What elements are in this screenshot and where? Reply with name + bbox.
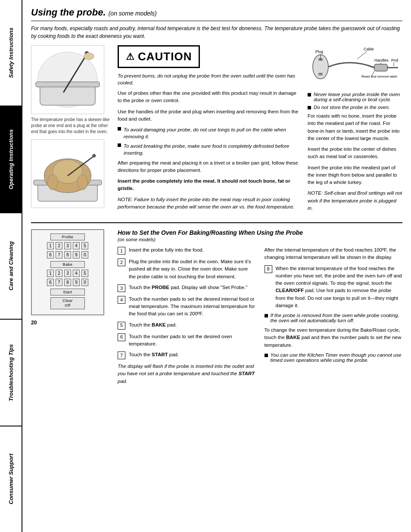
bottom-section-subtitle: (on some models) (118, 237, 402, 242)
bullet-item-1: To avoid damaging your probe, do not use… (118, 126, 301, 140)
right-note: NOTE: Self-clean and Broil settings will… (308, 190, 402, 212)
step-text-8: When the internal temperature of the foo… (276, 265, 403, 310)
svg-text:Plug: Plug (315, 50, 323, 54)
middle-para2: Use the handles of the probe and plug wh… (118, 108, 301, 123)
panel-key-8: 8 (64, 251, 71, 258)
bullet-text-2: To avoid breaking the probe, make sure f… (124, 143, 301, 156)
panel-row-2-top: 1 2 3 4 5 (35, 270, 100, 277)
sidebar-section-operating: Operating Instructions (0, 106, 22, 213)
step-4: 4 Touch the number pads to set the desir… (118, 296, 256, 318)
caution-title: CAUTION (138, 50, 192, 63)
right-bullet-icon-3 (265, 314, 268, 317)
right-after-intro: After the internal temperature of the fo… (265, 246, 403, 261)
page-title: Using the probe. (on some models) (31, 7, 402, 21)
caution-italic-text: To prevent burns, do not unplug the prob… (118, 72, 301, 86)
panel-clear-row: Clear Off (35, 297, 100, 309)
right-bullet-text-2: Do not store the probe in the oven. (314, 105, 390, 110)
svg-line-23 (357, 51, 367, 59)
steps-column: 1 Insert the probe fully into the food. … (118, 246, 256, 385)
right-bullet-icon-2 (308, 106, 311, 109)
three-columns: The temperature probe has a skewer-like … (31, 45, 402, 215)
bottom-cols: 1 Insert the probe fully into the food. … (118, 246, 402, 385)
step-text-6: Touch the number pads to set the desired… (129, 333, 256, 348)
step-text-5: Touch the BAKE pad. (129, 321, 256, 330)
svg-point-5 (84, 53, 94, 60)
svg-text:Cable: Cable (364, 47, 374, 51)
svg-point-11 (78, 174, 88, 190)
step-6: 6 Touch the number pads to set the desir… (118, 333, 256, 348)
panel-key-7: 7 (56, 251, 62, 258)
svg-text:Handles: Handles (374, 58, 389, 62)
sidebar-label-operating: Operating Instructions (6, 125, 16, 193)
right-info-column: After the internal temperature of the fo… (265, 246, 403, 385)
panel-row-1-top: 1 2 3 4 5 (35, 242, 100, 249)
panel-start-key: Start (50, 289, 85, 296)
image-caption: The temperature probe has a skewer-like … (31, 117, 111, 135)
panel-probe-key: Probe (50, 233, 85, 240)
right-bullet-text-1: Never leave your probe inside the oven d… (314, 92, 400, 102)
panel-bake-key: Bake (50, 261, 85, 268)
panel-clear-key: Clear Off (50, 297, 85, 309)
svg-text:Read and remove label: Read and remove label (361, 75, 397, 78)
svg-text:Probe: Probe (391, 58, 398, 62)
step-num-8: 8 (265, 265, 272, 273)
right-bullet-icon-1 (308, 93, 311, 96)
panel-bake-key-7: 7 (56, 279, 62, 286)
step-text-3: Touch the PROBE pad. Display will show "… (129, 284, 256, 292)
col-left: The temperature probe has a skewer-like … (31, 45, 111, 208)
bullet-icon-1 (118, 127, 121, 131)
step-num-1: 1 (118, 247, 125, 255)
panel-start-row: Start (35, 289, 100, 296)
bullet-text-1: To avoid damaging your probe, do not use… (124, 126, 301, 140)
bottom-section: Probe 1 2 3 4 5 6 7 8 9 0 Bake (31, 223, 402, 385)
panel-bake-key-3: 3 (64, 270, 71, 277)
sidebar-label-troubleshooting: Troubleshooting Tips (8, 344, 14, 401)
bullet-item-2: To avoid breaking the probe, make sure f… (118, 143, 301, 156)
right-para2: Insert the probe into the center of dish… (308, 146, 402, 161)
svg-rect-16 (318, 73, 323, 75)
svg-point-13 (92, 154, 96, 158)
panel-row-1-bot: 6 7 8 9 0 (35, 251, 100, 258)
intro-text: For many foods, especially roasts and po… (31, 25, 402, 40)
step-text-4: Touch the number pads to set the desired… (129, 296, 256, 318)
step-num-7: 7 (118, 352, 125, 359)
panel-bake-key-8: 8 (64, 279, 71, 286)
panel-bake-key-5: 5 (81, 270, 88, 277)
step-text-7: Touch the START pad. (129, 351, 256, 359)
step-text-2: Plug the probe into the outlet in the ov… (129, 258, 256, 280)
panel-key-4: 4 (73, 242, 80, 249)
step-7: 7 Touch the START pad. (118, 351, 256, 359)
top-section: Using the probe. (on some models) For ma… (31, 7, 402, 223)
panel-row-2-bot: 6 7 8 9 0 (35, 279, 100, 286)
middle-para1: Use of probes other than the one provide… (118, 90, 301, 105)
panel-key-6: 6 (47, 251, 54, 258)
svg-point-10 (48, 174, 58, 190)
panel-bake-key-6: 6 (47, 279, 54, 286)
bottom-left: Probe 1 2 3 4 5 6 7 8 9 0 Bake (31, 229, 111, 385)
right-bullet-text-3: If the probe is removed from the oven wh… (271, 313, 399, 323)
panel-bake-key-0: 0 (81, 279, 88, 286)
svg-rect-17 (374, 64, 387, 71)
step-num-3: 3 (118, 284, 125, 292)
right-bullet-icon-4 (265, 354, 268, 357)
right-bullet-text-4: You can use the Kitchen Timer even thoug… (271, 352, 402, 363)
step-num-5: 5 (118, 322, 125, 330)
right-para-bottom: To change the oven temperature during th… (265, 327, 403, 349)
main-content: Using the probe. (on some models) For ma… (22, 0, 411, 532)
panel-probe-row: Probe (35, 233, 100, 240)
bullet-icon-2 (118, 143, 121, 147)
panel-bake-key-9: 9 (73, 279, 80, 286)
page-number: 20 (31, 320, 111, 326)
note-para: NOTE: Failure to fully insert the probe … (118, 196, 301, 211)
panel-key-9: 9 (73, 251, 80, 258)
oven-panel: Probe 1 2 3 4 5 6 7 8 9 0 Bake (31, 229, 104, 315)
step-num-4: 4 (118, 296, 125, 304)
caution-triangle-icon: ⚠ (126, 51, 134, 62)
sidebar-section-safety: Safety Instructions (0, 0, 22, 106)
sidebar-section-consumer: Consumer Support (0, 426, 22, 532)
sidebar-label-consumer: Consumer Support (8, 454, 14, 504)
step-3: 3 Touch the PROBE pad. Display will show… (118, 284, 256, 292)
right-para1: For roasts with no bone, insert the prob… (308, 112, 402, 142)
bottom-right: How to Set the Oven For Baking/Roasting … (118, 229, 402, 385)
panel-bake-key-4: 4 (73, 270, 80, 277)
